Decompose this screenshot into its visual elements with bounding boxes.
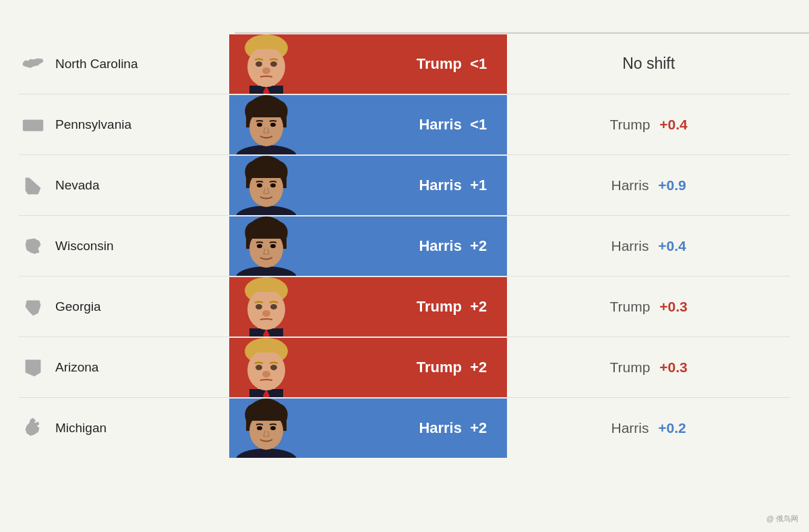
candidate-face <box>229 338 303 397</box>
average-bar: Trump +2 <box>229 338 507 397</box>
svg-point-43 <box>256 365 262 370</box>
state-name: Nevada <box>55 178 100 193</box>
svg-point-22 <box>270 183 276 187</box>
svg-point-29 <box>270 244 276 248</box>
candidate-face <box>229 398 303 458</box>
svg-point-52 <box>270 426 276 430</box>
state-name: Arizona <box>55 360 98 375</box>
state-icon <box>19 414 47 442</box>
table-row: Arizona Trump +2 <box>19 337 790 398</box>
shift-cell: Trump +0.4 <box>507 117 790 133</box>
state-icon <box>19 171 47 200</box>
svg-point-45 <box>262 371 270 378</box>
state-icon <box>19 353 47 382</box>
state-cell: Pennsylvania <box>19 104 229 146</box>
svg-point-28 <box>257 244 262 248</box>
average-text: Trump +2 <box>417 298 487 316</box>
state-icon <box>19 293 47 321</box>
svg-point-49 <box>236 448 297 458</box>
svg-point-36 <box>270 304 277 309</box>
table-row: Nevada Harris +1 <box>19 155 790 216</box>
svg-point-51 <box>257 426 262 430</box>
state-cell: Wisconsin <box>19 225 229 267</box>
candidate-face <box>229 34 303 94</box>
svg-point-7 <box>262 67 270 74</box>
state-icon <box>19 232 47 260</box>
average-bar: Harris <1 <box>229 95 507 154</box>
svg-point-21 <box>257 183 262 187</box>
state-name: Wisconsin <box>55 239 114 254</box>
state-name: Georgia <box>55 299 101 314</box>
svg-point-42 <box>247 350 285 390</box>
svg-point-4 <box>247 47 285 87</box>
average-bar: Trump +2 <box>229 277 507 336</box>
average-bar: Harris +2 <box>229 216 507 276</box>
state-cell: Arizona <box>19 347 229 388</box>
shift-cell: Harris +0.2 <box>507 420 790 436</box>
average-text: Harris +2 <box>419 419 487 437</box>
state-icon <box>19 111 47 139</box>
svg-point-19 <box>236 206 297 215</box>
svg-point-14 <box>257 123 262 127</box>
table-row: Wisconsin Harris +2 <box>19 216 790 276</box>
state-cell: Georgia <box>19 286 229 328</box>
shift-value: Trump +0.3 <box>610 299 688 315</box>
shift-cell: Harris +0.4 <box>507 238 790 254</box>
average-cell: Harris <1 <box>229 95 507 154</box>
svg-rect-8 <box>23 119 43 131</box>
average-cell: Trump +2 <box>229 338 507 397</box>
average-bar: Harris +2 <box>229 398 507 458</box>
average-text: Trump +2 <box>417 359 487 376</box>
average-bar: Trump <1 <box>229 34 507 94</box>
table-row: Michigan Harris +2 <box>19 398 790 459</box>
shift-value: Trump +0.3 <box>610 359 688 376</box>
svg-point-44 <box>270 365 277 370</box>
state-name: Pennsylvania <box>55 117 131 132</box>
candidate-face <box>229 277 303 336</box>
average-cell: Trump +2 <box>229 277 507 336</box>
state-name: North Carolina <box>55 57 138 71</box>
state-cell: Michigan <box>19 407 229 449</box>
candidate-face <box>229 216 303 276</box>
shift-cell: Trump +0.3 <box>507 359 790 376</box>
svg-point-35 <box>256 304 262 309</box>
table-row: Pennsylvania Harris <1 <box>19 94 790 155</box>
shift-value: Harris +0.9 <box>611 177 686 194</box>
svg-point-5 <box>256 61 262 67</box>
state-icon <box>19 50 47 78</box>
average-cell: Harris +2 <box>229 216 507 276</box>
shift-cell: No shift <box>507 55 790 73</box>
average-bar: Harris +1 <box>229 156 507 215</box>
average-text: Harris +2 <box>419 237 487 255</box>
state-cell: North Carolina <box>19 43 229 85</box>
state-cell: Nevada <box>19 165 229 206</box>
svg-point-26 <box>236 266 297 276</box>
candidate-face <box>229 156 303 215</box>
average-text: Trump <1 <box>417 55 487 73</box>
average-text: Harris <1 <box>419 116 487 134</box>
table-row: North Carolina Trump <1 <box>19 34 790 94</box>
average-cell: Trump <1 <box>229 34 507 94</box>
candidate-face <box>229 95 303 154</box>
average-cell: Harris +1 <box>229 156 507 215</box>
shift-value: Trump +0.4 <box>610 117 688 133</box>
shift-cell: Harris +0.9 <box>507 177 790 194</box>
table-row: Georgia Trump +2 <box>19 276 790 337</box>
average-text: Harris +1 <box>419 177 487 194</box>
data-rows: North Carolina Trump <1 <box>19 34 790 459</box>
state-name: Michigan <box>55 421 107 436</box>
shift-value: Harris +0.2 <box>611 420 686 436</box>
shift-cell: Trump +0.3 <box>507 299 790 315</box>
shift-value: No shift <box>622 55 675 73</box>
watermark: @ 俄鸟网 <box>767 514 798 524</box>
svg-point-6 <box>270 61 277 67</box>
svg-point-34 <box>247 289 285 330</box>
main-container: North Carolina Trump <1 <box>0 0 809 472</box>
average-cell: Harris +2 <box>229 398 507 458</box>
svg-point-37 <box>262 310 270 317</box>
shift-value: Harris +0.4 <box>611 238 686 254</box>
svg-point-12 <box>236 145 297 154</box>
svg-point-15 <box>270 123 276 127</box>
